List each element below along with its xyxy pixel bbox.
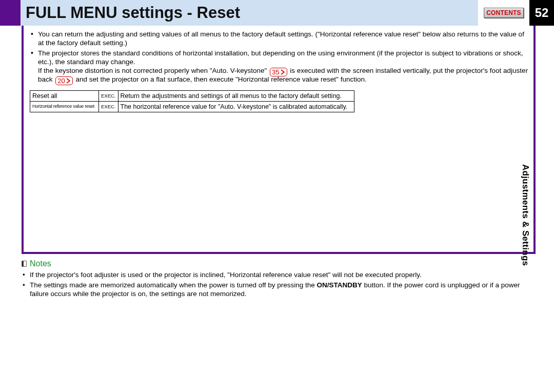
page-ref-number: 20 — [57, 77, 65, 84]
notes-list: If the projector's foot adjuster is used… — [22, 270, 535, 299]
page-ref-badge-35[interactable]: 35 — [270, 68, 287, 76]
contents-button-wrap: CONTENTS — [481, 0, 526, 26]
side-section-label: Adjustments & Settings — [520, 164, 530, 266]
body-bullet-2-line1: The projector stores the standard condit… — [38, 49, 523, 66]
header-accent-block — [0, 0, 21, 26]
table-cell-name: Horizontal reference value reset — [30, 101, 99, 112]
notes-section: Notes If the projector's foot adjuster i… — [22, 259, 535, 299]
chevron-right-icon — [281, 69, 285, 75]
note-item-2: The settings made are memorized automati… — [22, 281, 535, 299]
table-row: Horizontal reference value reset EXEC. T… — [30, 101, 354, 112]
table-row: Reset all EXEC. Return the adjustments a… — [30, 90, 354, 101]
body-bullet-2-line2a: If the keystone distortion is not correc… — [38, 67, 269, 74]
main-content: You can return the adjusting and setting… — [22, 26, 536, 254]
header-title-area: FULL MENU settings - Reset — [21, 0, 478, 26]
body-bullet-list: You can return the adjusting and setting… — [30, 30, 529, 84]
page-title: FULL MENU settings - Reset — [26, 4, 240, 22]
table-cell-exec: EXEC. — [99, 90, 118, 101]
note-1-text: If the projector's foot adjuster is used… — [30, 271, 422, 279]
table-cell-exec: EXEC. — [99, 101, 118, 112]
header-bar: FULL MENU settings - Reset CONTENTS 52 — [0, 0, 554, 26]
page-number: 52 — [529, 0, 554, 26]
contents-button[interactable]: CONTENTS — [484, 8, 524, 18]
table-cell-desc: The horizontal reference value for "Auto… — [118, 101, 354, 112]
reset-table: Reset all EXEC. Return the adjustments a… — [30, 90, 354, 112]
notes-heading: Notes — [22, 259, 535, 268]
notes-heading-text: Notes — [30, 259, 51, 268]
table-cell-name: Reset all — [30, 90, 99, 101]
note-icon — [22, 261, 27, 267]
page-ref-badge-20[interactable]: 20 — [55, 76, 72, 85]
body-bullet-2: The projector stores the standard condit… — [30, 49, 529, 84]
chevron-right-icon — [66, 78, 71, 84]
body-bullet-1: You can return the adjusting and setting… — [30, 30, 529, 48]
body-bullet-2-line2c: and set the projector on a flat surface,… — [76, 75, 367, 83]
table-cell-desc: Return the adjustments and settings of a… — [118, 90, 354, 101]
note-2-bold: ON/STANDBY — [317, 281, 362, 289]
page-ref-number: 35 — [272, 69, 279, 75]
note-2-pre: The settings made are memorized automati… — [30, 281, 317, 289]
note-item-1: If the projector's foot adjuster is used… — [22, 270, 535, 280]
body-bullet-1-text: You can return the adjusting and setting… — [38, 30, 524, 47]
